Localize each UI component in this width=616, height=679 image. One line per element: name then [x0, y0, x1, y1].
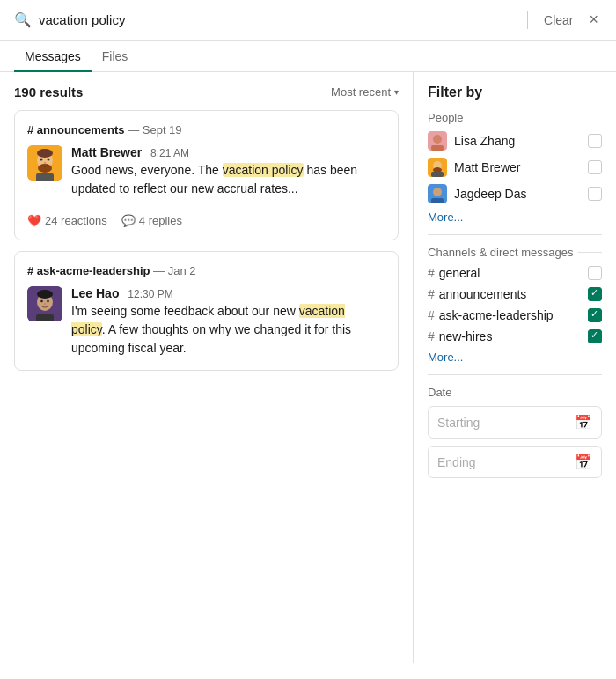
- sender-name: Lee Hao: [71, 286, 119, 300]
- message-time: 8:21 AM: [150, 147, 189, 159]
- card-date: — Sept 19: [128, 123, 181, 137]
- divider: [527, 11, 528, 29]
- filter-channel-row: # ask-acme-leadership: [428, 308, 602, 322]
- card-header: # announcements — Sept 19: [27, 123, 385, 137]
- highlight: vacationpolicy: [71, 304, 345, 336]
- channel-name: # ask-acme-leadership: [27, 264, 150, 277]
- card-date: — Jan 2: [153, 264, 195, 277]
- svg-point-11: [40, 300, 43, 303]
- chevron-down-icon: ▾: [394, 87, 399, 97]
- filter-person-row: Jagdeep Das: [428, 184, 602, 203]
- svg-point-13: [44, 303, 46, 305]
- message-text: Good news, everyone. The vacation policy…: [71, 161, 385, 198]
- reply-count: 💬 4 replies: [121, 214, 182, 227]
- divider: [428, 234, 602, 235]
- tab-files[interactable]: Files: [92, 41, 139, 72]
- filter-person-row: Matt Brewer: [428, 158, 602, 177]
- avatar: [27, 145, 62, 181]
- close-button[interactable]: ×: [585, 9, 602, 31]
- date-label: Date: [428, 386, 602, 399]
- reaction: ❤️ 24 reactions: [27, 214, 107, 227]
- search-icon: 🔍: [14, 11, 32, 28]
- svg-point-23: [433, 188, 442, 196]
- message-header: Matt Brewer 8:21 AM: [71, 145, 385, 159]
- people-label: People: [428, 111, 602, 124]
- svg-rect-24: [431, 198, 444, 203]
- avatar: [428, 184, 447, 203]
- person-checkbox-matt[interactable]: [588, 160, 602, 174]
- reaction-emoji: ❤️: [27, 214, 41, 227]
- message-text: I'm seeing some feedback about our new v…: [71, 302, 385, 358]
- svg-point-3: [38, 164, 52, 173]
- channels-more-link[interactable]: More...: [428, 351, 602, 364]
- channels-label: Channels & direct messages: [428, 246, 573, 259]
- svg-rect-17: [431, 145, 444, 151]
- svg-rect-7: [36, 173, 54, 181]
- svg-point-16: [433, 135, 442, 144]
- people-more-link[interactable]: More...: [428, 210, 602, 224]
- results-panel: 190 results Most recent ▾ # announcement…: [0, 72, 414, 663]
- filter-panel: Filter by People Lisa Zhang: [414, 72, 616, 663]
- avatar: [27, 286, 62, 321]
- divider: [428, 374, 602, 375]
- svg-point-2: [37, 149, 53, 158]
- reply-count-label: 4 replies: [139, 214, 182, 227]
- message-body: Matt Brewer 8:21 AM Good news, everyone.…: [71, 145, 385, 198]
- ending-date-row[interactable]: Ending 📅: [428, 446, 602, 478]
- channels-section-header: Channels & direct messages: [428, 246, 602, 259]
- filter-channel-row: # announcements: [428, 287, 602, 301]
- section-line: [578, 252, 602, 253]
- starting-placeholder: Starting: [437, 416, 575, 430]
- main-content: 190 results Most recent ▾ # announcement…: [0, 72, 616, 663]
- person-checkbox-lisa[interactable]: [588, 134, 602, 148]
- date-section: Date Starting 📅 Ending 📅: [428, 386, 602, 478]
- person-name: Matt Brewer: [454, 160, 581, 174]
- card-footer: ❤️ 24 reactions 💬 4 replies: [27, 207, 385, 227]
- sort-dropdown[interactable]: Most recent ▾: [331, 85, 399, 99]
- sender-name: Matt Brewer: [71, 145, 142, 159]
- avatar: [428, 131, 447, 151]
- message-row: Matt Brewer 8:21 AM Good news, everyone.…: [27, 145, 385, 198]
- svg-rect-14: [36, 314, 54, 321]
- channel-name: # announcements: [428, 287, 581, 301]
- filter-title: Filter by: [428, 85, 602, 100]
- svg-point-4: [40, 159, 43, 161]
- channel-name: # ask-acme-leadership: [428, 308, 581, 322]
- highlight: vacation policy: [223, 163, 304, 177]
- calendar-icon: 📅: [575, 414, 592, 431]
- person-checkbox-jagdeep[interactable]: [588, 187, 602, 201]
- filter-channel-row: # general: [428, 266, 602, 280]
- results-count: 190 results: [14, 85, 83, 100]
- chat-icon: 💬: [121, 214, 136, 227]
- svg-point-12: [47, 300, 49, 303]
- message-card: # announcements — Sept 19: [14, 110, 399, 240]
- svg-point-10: [37, 290, 53, 299]
- tab-messages[interactable]: Messages: [14, 41, 92, 72]
- avatar: [428, 158, 447, 177]
- calendar-icon: 📅: [575, 454, 592, 470]
- channel-checkbox-announcements[interactable]: [588, 287, 602, 301]
- channel-checkbox-newhires[interactable]: [588, 329, 602, 343]
- channel-name: # announcements: [27, 123, 125, 137]
- results-header: 190 results Most recent ▾: [14, 85, 399, 100]
- person-name: Jagdeep Das: [454, 187, 581, 201]
- person-name: Lisa Zhang: [454, 134, 581, 148]
- filter-person-row: Lisa Zhang: [428, 131, 602, 151]
- sort-label: Most recent: [331, 85, 391, 99]
- filter-channel-row: # new-hires: [428, 329, 602, 343]
- channel-name: # general: [428, 266, 581, 280]
- channel-checkbox-leadership[interactable]: [588, 308, 602, 322]
- search-input[interactable]: [39, 12, 517, 27]
- message-row: Lee Hao 12:30 PM I'm seeing some feedbac…: [27, 286, 385, 358]
- message-header: Lee Hao 12:30 PM: [71, 286, 385, 300]
- message-time: 12:30 PM: [128, 288, 172, 300]
- card-header: # ask-acme-leadership — Jan 2: [27, 264, 385, 277]
- svg-rect-21: [431, 172, 444, 177]
- channel-name: # new-hires: [428, 329, 581, 343]
- starting-date-row[interactable]: Starting 📅: [428, 406, 602, 439]
- svg-point-5: [48, 159, 50, 161]
- clear-button[interactable]: Clear: [539, 11, 578, 29]
- message-body: Lee Hao 12:30 PM I'm seeing some feedbac…: [71, 286, 385, 358]
- channel-checkbox-general[interactable]: [588, 266, 602, 280]
- reaction-count: 24 reactions: [45, 214, 107, 227]
